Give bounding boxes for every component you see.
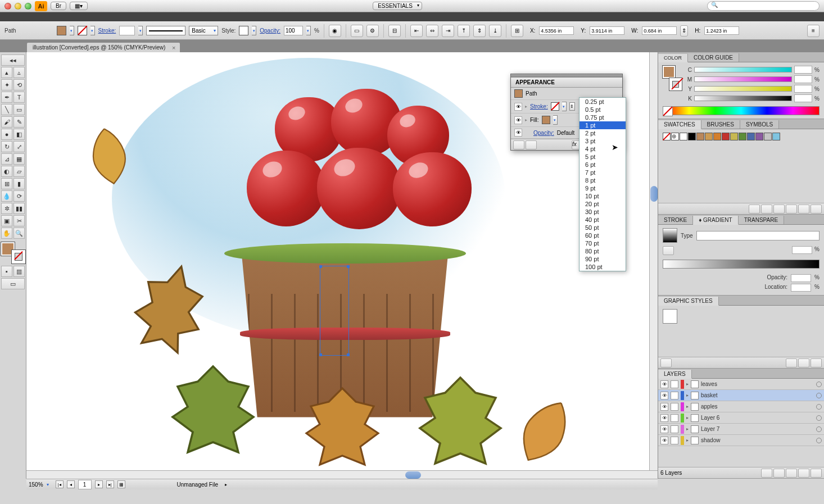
swatch-3[interactable]	[705, 133, 713, 140]
layer-visibility-icon[interactable]: 👁	[660, 414, 668, 422]
fill-dropdown[interactable]: ▾	[70, 26, 74, 35]
new-swatch-icon[interactable]	[798, 205, 809, 214]
swatch-grid[interactable]: ⊕	[663, 133, 820, 140]
gradient-preview[interactable]	[663, 228, 677, 243]
color-tab[interactable]: COLOR	[658, 54, 688, 62]
stroke-weight-option[interactable]: 20 pt	[579, 200, 626, 208]
vertical-scrollbar[interactable]	[649, 52, 658, 470]
layer-target-icon[interactable]	[816, 393, 822, 398]
new-color-group-icon[interactable]	[786, 205, 797, 214]
align-bottom-icon[interactable]: ⤓	[489, 25, 501, 37]
eyedropper-tool[interactable]: 💧	[1, 190, 12, 202]
stroke-label[interactable]: Stroke:	[98, 28, 116, 34]
fill-stroke-indicator[interactable]	[1, 242, 25, 264]
scale-tool[interactable]: ⤢	[13, 141, 25, 152]
pen-tool[interactable]: ✒	[1, 92, 12, 103]
h-scroll-thumb[interactable]	[405, 471, 421, 479]
swatch-11[interactable]	[772, 133, 780, 140]
graph-tool[interactable]: ▮▮	[13, 203, 25, 214]
stroke-color-box[interactable]	[12, 250, 25, 264]
layer-row[interactable]: 👁 ▸ apples	[658, 401, 824, 412]
stroke-weight-input[interactable]	[119, 26, 135, 35]
constrain-proportions-icon[interactable]: ⇕	[680, 25, 688, 37]
c-slider[interactable]	[694, 67, 792, 72]
blend-tool[interactable]: ⟳	[13, 190, 25, 202]
next-artboard-icon[interactable]: ▸	[95, 480, 103, 488]
hand-tool[interactable]: ✋	[1, 228, 12, 239]
close-tab-icon[interactable]: ×	[172, 44, 175, 51]
rotate-tool[interactable]: ↻	[1, 141, 12, 152]
layer-row[interactable]: 👁 ▸ basket	[658, 390, 824, 401]
swatch-4[interactable]	[713, 133, 721, 140]
gradient-type-dropdown[interactable]	[696, 231, 820, 240]
layer-expand-icon[interactable]: ▸	[686, 415, 689, 420]
workspace-switcher[interactable]: ESSENTIALS	[373, 2, 422, 10]
swatch-9[interactable]	[755, 133, 763, 140]
layer-visibility-icon[interactable]: 👁	[660, 380, 668, 388]
zoom-window-button[interactable]	[25, 3, 31, 10]
gradient-ramp[interactable]	[663, 260, 820, 269]
collapse-toolbox-icon[interactable]: ◂◂	[1, 55, 25, 66]
x-input[interactable]	[539, 26, 574, 35]
artboard-tool[interactable]: ▣	[1, 215, 12, 226]
layer-name-label[interactable]: basket	[701, 392, 814, 398]
m-slider[interactable]	[694, 76, 792, 82]
appearance-new-art-icon[interactable]	[513, 140, 524, 149]
stroke-weight-option[interactable]: 2 pt	[579, 129, 626, 137]
stroke-swatch[interactable]	[78, 26, 87, 35]
pencil-tool[interactable]: ✎	[13, 116, 25, 128]
new-layer-icon[interactable]	[798, 469, 809, 478]
symbol-sprayer-tool[interactable]: ✲	[1, 203, 12, 214]
layer-lock-icon[interactable]	[671, 403, 678, 411]
new-sublayer-icon[interactable]	[786, 469, 797, 478]
locate-object-icon[interactable]	[761, 469, 772, 478]
swatch-10[interactable]	[764, 133, 772, 140]
gradient-angle-input[interactable]	[792, 246, 812, 254]
none-color-icon[interactable]	[663, 106, 673, 116]
delete-swatch-icon[interactable]	[811, 205, 822, 214]
stroke-weight-option[interactable]: 90 pt	[579, 255, 626, 263]
stroke-weight-option[interactable]: 4 pt	[579, 145, 626, 153]
appearance-opacity-label[interactable]: Opacity:	[533, 130, 554, 136]
stroke-weight-option[interactable]: 9 pt	[579, 184, 626, 192]
align-top-icon[interactable]: ⤒	[458, 25, 470, 37]
prev-artboard-icon[interactable]: ◂	[67, 480, 75, 488]
c-input[interactable]	[794, 66, 812, 74]
stroke-weight-option[interactable]: 70 pt	[579, 239, 626, 247]
layer-name-label[interactable]: Layer 6	[701, 415, 814, 421]
lasso-tool[interactable]: ⟲	[13, 79, 25, 90]
opacity-visibility-icon[interactable]: 👁	[514, 129, 522, 137]
layer-visibility-icon[interactable]: 👁	[660, 392, 668, 399]
search-input[interactable]: 🔍	[707, 1, 820, 11]
align-center-h-icon[interactable]: ⇔	[426, 25, 438, 37]
layer-expand-icon[interactable]: ▸	[686, 382, 689, 387]
layer-lock-icon[interactable]	[671, 392, 678, 399]
swatch-5[interactable]	[722, 133, 730, 140]
break-link-style-icon[interactable]	[786, 358, 797, 367]
magic-wand-tool[interactable]: ✦	[1, 79, 12, 90]
swatch-6[interactable]	[730, 133, 738, 140]
panel-menu-icon[interactable]: ≡	[807, 25, 820, 37]
stroke-tab[interactable]: STROKE	[658, 216, 693, 224]
align-center-v-icon[interactable]: ⇕	[473, 25, 486, 37]
gradient-tab[interactable]: ♦ GRADIENT	[693, 216, 739, 225]
eraser-tool[interactable]: ◧	[13, 129, 25, 140]
gradient-opacity-input[interactable]	[791, 274, 811, 282]
gradient-tool[interactable]: ▮	[13, 178, 25, 189]
k-input[interactable]	[794, 94, 812, 102]
first-artboard-icon[interactable]: |◂	[56, 480, 64, 488]
gradient-mode-icon[interactable]: ▥	[13, 266, 25, 277]
stroke-visibility-icon[interactable]: 👁	[514, 103, 522, 111]
layer-expand-icon[interactable]: ▸	[686, 426, 689, 432]
artboard-input[interactable]	[78, 480, 92, 489]
reverse-gradient-icon[interactable]	[663, 246, 674, 255]
preferences-icon[interactable]: ⚙	[366, 25, 379, 37]
opacity-input[interactable]	[284, 26, 303, 35]
horizontal-scrollbar[interactable]	[26, 470, 658, 479]
stroke-weight-option[interactable]: 80 pt	[579, 247, 626, 255]
stroke-weight-option[interactable]: 3 pt	[579, 137, 626, 145]
shape-builder-tool[interactable]: ◐	[1, 166, 12, 177]
stroke-weight-option[interactable]: 10 pt	[579, 192, 626, 200]
y-input[interactable]	[590, 26, 624, 35]
color-mode-icon[interactable]: ▪	[1, 266, 12, 277]
